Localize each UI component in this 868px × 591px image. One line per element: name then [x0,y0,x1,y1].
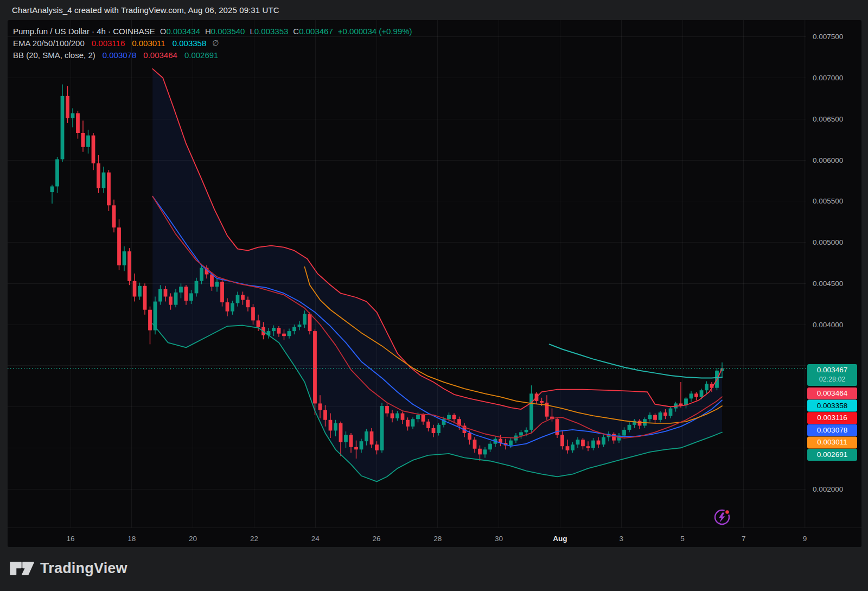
tradingview-brand-text: TradingView [40,560,127,577]
chart-legend: Pump.fun / US Dollar · 4h · COINBASE O 0… [13,25,412,61]
svg-text:Aug: Aug [553,535,567,543]
tradingview-logo-icon [10,562,34,575]
svg-text:0.004500: 0.004500 [813,279,843,288]
svg-text:0.003464: 0.003464 [817,389,848,397]
legend-symbol-row[interactable]: Pump.fun / US Dollar · 4h · COINBASE O 0… [13,25,412,37]
svg-text:18: 18 [127,535,136,543]
legend-bb-row[interactable]: BB (20, SMA, close, 2) 0.003078 0.003464… [13,49,412,61]
flash-icon[interactable] [715,510,730,524]
high-value: 0.003540 [211,27,245,36]
ema50-value: 0.003011 [132,39,165,48]
svg-text:3: 3 [619,535,623,543]
close-value: 0.003467 [299,27,333,36]
svg-text:9: 9 [803,535,807,543]
chart-canvas[interactable]: 0.0075000.0070000.0065000.0060000.005500… [0,0,868,591]
open-label: O [160,27,167,36]
bb-basis-tag: 0.003078 [807,424,857,436]
svg-text:5: 5 [680,535,685,543]
price-tags: 0.00346702:28:020.0034640.0033580.003116… [807,364,857,461]
svg-text:0.003116: 0.003116 [817,414,847,422]
ema20-tag: 0.003116 [807,412,857,424]
svg-text:7: 7 [742,535,746,543]
high-label: H [205,27,211,36]
legend-ema-row[interactable]: EMA 20/50/100/200 0.003116 0.003011 0.00… [13,37,412,49]
svg-text:0.004000: 0.004000 [813,321,843,329]
bb-lower-tag: 0.002691 [807,449,857,461]
close-label: C [293,27,299,36]
symbol-title: Pump.fun / US Dollar · 4h · COINBASE [13,27,155,36]
svg-text:0.007000: 0.007000 [813,74,843,82]
svg-text:20: 20 [189,535,197,543]
svg-text:02:28:02: 02:28:02 [819,376,846,383]
svg-text:0.003467: 0.003467 [817,366,847,374]
last-price-tag: 0.00346702:28:02 [807,364,857,386]
bb-label: BB (20, SMA, close, 2) [13,50,95,60]
svg-text:30: 30 [495,535,503,543]
svg-text:0.002000: 0.002000 [813,485,843,493]
ema-label: EMA 20/50/100/200 [13,39,85,48]
time-axis[interactable]: 1618202224262830Aug3579 [66,535,807,543]
svg-text:0.007500: 0.007500 [813,33,843,41]
svg-text:0.006500: 0.006500 [813,115,843,123]
ema20-value: 0.003116 [92,39,125,48]
ema100-value: 0.003358 [173,39,207,48]
svg-text:22: 22 [250,535,258,543]
svg-text:0.005000: 0.005000 [813,238,843,246]
bb-lower-value: 0.002691 [184,50,219,60]
svg-text:26: 26 [372,535,380,543]
svg-text:28: 28 [433,535,442,543]
price-change: +0.000034 (+0.99%) [338,27,412,36]
svg-text:0.003078: 0.003078 [817,426,847,434]
svg-text:0.005500: 0.005500 [813,197,843,205]
price-axis[interactable]: 0.0075000.0070000.0065000.0060000.005500… [813,33,843,493]
svg-text:0.003011: 0.003011 [817,438,847,446]
ema100-line[interactable] [550,344,722,378]
bb-upper-tag: 0.003464 [807,387,857,399]
ema50-tag: 0.003011 [807,436,857,448]
bb-fill-area [152,69,722,482]
svg-text:24: 24 [311,535,320,543]
notification-dot [725,510,730,514]
ema100-tag: 0.003358 [807,400,857,412]
ema200-empty-icon: ∅ [212,39,219,47]
svg-text:0.002691: 0.002691 [817,450,847,459]
low-value: 0.003353 [254,27,289,36]
tradingview-footer[interactable]: TradingView [10,560,127,577]
bb-upper-line[interactable] [152,69,722,409]
bb-upper-value: 0.003464 [143,50,177,60]
svg-text:0.006000: 0.006000 [813,156,843,164]
bb-basis-value: 0.003078 [103,50,137,60]
tradingview-snapshot: ChartAnalysis_4 created with TradingView… [0,0,868,591]
low-label: L [250,27,254,36]
svg-text:16: 16 [66,535,74,543]
open-value: 0.003434 [166,27,200,36]
svg-text:0.003358: 0.003358 [817,402,847,410]
